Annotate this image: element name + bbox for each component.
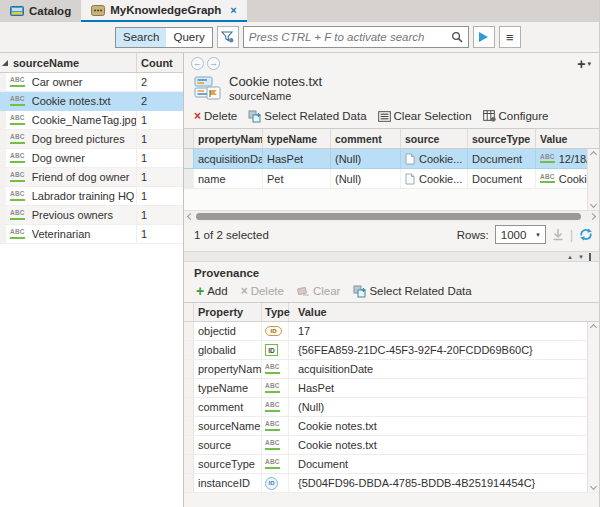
row-selector-gutter[interactable] [0,92,6,110]
chevron-up-icon[interactable] [590,324,597,331]
filter-button[interactable] [217,26,239,48]
delete-row-button[interactable]: × Delete [241,284,284,298]
column-header-sourcetype[interactable]: sourceType [468,129,536,148]
scrollbar-thumb[interactable] [196,213,581,220]
chevron-left-icon[interactable] [187,213,194,220]
add-button[interactable]: + [577,58,585,70]
search-toolbar: Search Query ≡ [0,22,599,53]
column-header-sourcename[interactable]: sourceName [10,57,136,69]
row-selector-gutter[interactable] [184,417,194,435]
row-selector-gutter[interactable] [0,206,6,224]
back-button[interactable]: ← [191,57,204,70]
row-selector-gutter[interactable] [0,111,6,129]
horizontal-scrollbar[interactable] [184,210,599,222]
download-icon[interactable] [552,228,564,241]
search-input[interactable] [249,31,451,43]
table-row[interactable]: name Pet (Null) Cookie... Document ABCCo… [184,169,599,189]
chevron-down-icon[interactable] [590,201,597,208]
forward-button[interactable]: → [207,57,220,70]
list-item-selected[interactable]: ABCCookie notes.txt2 [0,92,183,111]
column-header-value[interactable]: Value [289,303,599,321]
row-selector-gutter[interactable] [184,322,194,340]
chevron-right-icon[interactable] [589,213,596,220]
add-row-button[interactable]: + Add [196,285,228,297]
splitter-down-icon[interactable]: ▼ [578,254,584,260]
column-header-typename[interactable]: typeName [263,129,331,148]
vertical-scrollbar[interactable] [587,149,599,210]
table-row[interactable]: instanceIDID{5D04FD96-DBDA-4785-BDDB-4B2… [184,474,599,493]
select-related-data-button[interactable]: Select Related Data [248,110,366,123]
prov-select-related-button[interactable]: Select Related Data [353,285,471,298]
table-row[interactable]: commentABC(Null) [184,398,599,417]
row-selector-gutter[interactable] [184,149,194,168]
table-row[interactable]: typeNameABCHasPet [184,379,599,398]
column-header-property[interactable]: Property [194,303,262,321]
list-item[interactable]: ABCFriend of dog owner1 [0,168,183,187]
cell-source: Cookie... [401,149,468,168]
chevron-up-icon[interactable] [590,151,597,158]
row-selector-gutter[interactable] [0,130,6,148]
row-selector-gutter[interactable] [184,341,194,359]
column-header-comment[interactable]: comment [331,129,401,148]
list-item[interactable]: ABCLabrador training HQ1 [0,187,183,206]
column-header-propertyname[interactable]: propertyName [194,129,263,148]
table-row-selected[interactable]: acquisitionDate HasPet (Null) Cookie... … [184,149,599,169]
row-selector-gutter[interactable] [184,169,194,188]
refresh-icon[interactable] [579,228,593,241]
splitter-handle-icon[interactable] [589,253,591,261]
row-selector-gutter[interactable] [184,379,194,397]
source-count: 2 [136,73,183,91]
delete-button[interactable]: × Delete [194,109,237,123]
clear-button[interactable]: Clear [297,285,340,297]
row-selector-gutter[interactable] [0,187,6,205]
list-item[interactable]: ABCCar owner2 [0,73,183,92]
row-selector-gutter[interactable] [0,168,6,186]
configure-button[interactable]: Configure [483,110,549,122]
clear-selection-button[interactable]: Clear Selection [378,110,472,122]
expand-corner-icon[interactable] [0,60,10,66]
tab-catalog[interactable]: Catalog [0,0,81,22]
rows-select[interactable]: 1000 ▾ [495,225,546,244]
close-icon[interactable]: × [230,4,236,16]
list-item[interactable]: ABCPrevious owners1 [0,206,183,225]
row-selector-gutter[interactable] [184,360,194,378]
row-selector-gutter[interactable] [184,398,194,416]
table-row[interactable]: sourceNameABCCookie notes.txt [184,417,599,436]
row-selector-gutter[interactable] [184,436,194,454]
table-row[interactable]: sourceTypeABCDocument [184,455,599,474]
row-selector-gutter[interactable] [0,73,6,91]
view-tab-bar: Catalog MyKnowledgeGraph × [0,0,599,22]
column-header-source[interactable]: source [401,129,468,148]
tab-myknowledgegraph-label: MyKnowledgeGraph [110,4,221,16]
table-row[interactable]: propertyNameABCacquisitionDate [184,360,599,379]
list-item[interactable]: ABCCookie_NameTag.jpg1 [0,111,183,130]
search-toggle[interactable]: Search [116,28,166,47]
list-item[interactable]: ABCDog breed pictures1 [0,130,183,149]
chevron-down-icon[interactable] [590,483,597,490]
vertical-scrollbar[interactable] [587,322,599,492]
row-selector-gutter[interactable] [184,474,194,492]
cell-property: globalid [194,341,262,359]
column-header-type[interactable]: Type [262,303,289,321]
cell-property: sourceType [194,455,262,473]
panel-splitter[interactable]: ▲ ▼ [184,251,599,262]
cell-sourcetype: Document [468,149,536,168]
table-row[interactable]: globalidID{56FEA859-21DC-45F3-92F4-20FCD… [184,341,599,360]
select-related-label: Select Related Data [264,110,366,122]
tab-myknowledgegraph[interactable]: MyKnowledgeGraph × [81,0,247,22]
row-selector-gutter[interactable] [184,455,194,473]
cell-property: objectid [194,322,262,340]
table-row[interactable]: objectidID17 [184,322,599,341]
splitter-up-icon[interactable]: ▲ [567,254,573,260]
column-header-value[interactable]: Value [536,129,599,148]
list-item[interactable]: ABCDog owner1 [0,149,183,168]
run-search-button[interactable] [473,26,495,48]
row-selector-gutter[interactable] [0,149,6,167]
query-toggle[interactable]: Query [166,28,211,47]
row-selector-gutter[interactable] [0,225,6,243]
list-item[interactable]: ABCVeterinarian1 [0,225,183,244]
menu-button[interactable]: ≡ [499,26,521,48]
column-header-count[interactable]: Count [136,53,183,72]
chevron-down-icon[interactable]: ▾ [587,60,591,68]
table-row[interactable]: sourceABCCookie notes.txt [184,436,599,455]
